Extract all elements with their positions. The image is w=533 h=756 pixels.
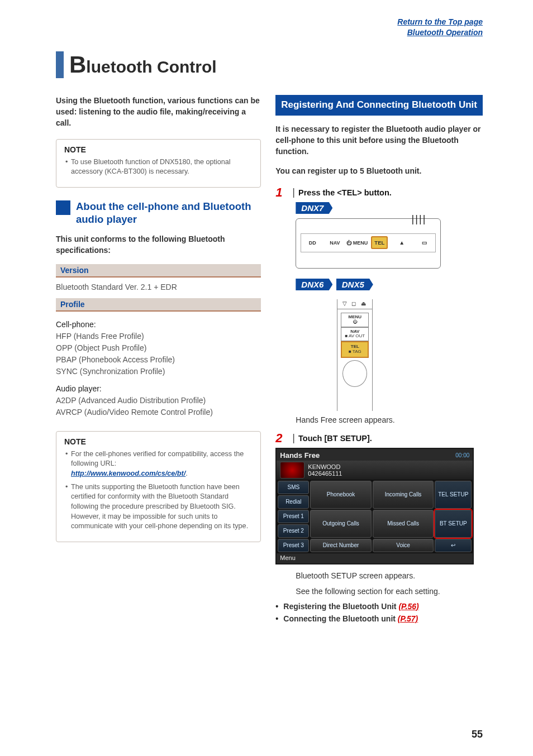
model-badge-dnx7: DNX7	[296, 202, 332, 214]
note1-item: To use Bluetooth function of DNX5180, th…	[64, 157, 253, 177]
right-intro1: It is necessary to register the Bluetoot…	[275, 123, 483, 157]
top-icons: ▽ ◻ ⏏	[337, 299, 372, 309]
profile-cell-label: Cell-phone:	[56, 315, 261, 331]
diagram-dnx6-panel: ▽ ◻ ⏏ MENU⏻ NAV■ AV OUT TEL■ TAG	[320, 299, 404, 411]
ss-preset1-btn: Preset 1	[278, 510, 309, 523]
diagram-dnx7-panel: |||| DD NAV ⏻ MENU TEL ▲ ▭	[296, 218, 441, 269]
ss-device-number: 0426465111	[308, 470, 342, 477]
note-box-2: NOTE For the cell-phones verified for co…	[56, 431, 261, 542]
model-badge-dnx6: DNX6	[296, 279, 332, 290]
see-also-list: Registering the Bluetooth Unit (P.56) Co…	[275, 602, 483, 623]
ss-voice-btn: Voice	[373, 539, 434, 552]
profile-header: Profile	[56, 298, 261, 312]
left-column: Using the Bluetooth function, various fu…	[56, 95, 261, 626]
step-divider-icon: |	[292, 186, 298, 198]
version-header: Version	[56, 264, 261, 277]
profile-avrcp: AVRCP (Audio/Video Remote Control Profil…	[56, 406, 261, 418]
profile-a2dp: A2DP (Advanced Audio Distribution Profil…	[56, 395, 261, 406]
ss-direct-btn: Direct Number	[310, 539, 372, 552]
result-text-2: See the following section for each setti…	[296, 586, 483, 597]
panel-nav: NAV	[323, 240, 346, 246]
ss-menu: Menu	[280, 554, 296, 561]
header-links: Return to the Top page Bluetooth Operati…	[56, 17, 483, 38]
profile-block: Cell-phone: HFP (Hands Free Profile) OPP…	[56, 312, 261, 423]
profile-hfp: HFP (Hands Free Profile)	[56, 331, 261, 342]
side-menu-btn: MENU⏻	[341, 313, 369, 327]
registering-header: Registering And Connecting Bluetooth Uni…	[275, 95, 483, 116]
panel-tel-highlight: TEL	[371, 236, 388, 249]
return-top-link[interactable]: Return to the Top page	[397, 17, 483, 26]
result-text-1: Bluetooth SETUP screen appears.	[296, 570, 483, 581]
kenwood-bt-link[interactable]: http://www.kenwood.com/cs/ce/bt/	[71, 470, 185, 477]
step-2-label: Touch [BT SETUP].	[298, 432, 372, 443]
ss-bt-setup-highlight: BT SETUP	[435, 510, 472, 538]
right-column: Registering And Connecting Bluetooth Uni…	[275, 95, 483, 626]
page-number: 55	[472, 729, 483, 740]
step-divider-icon: |	[292, 432, 298, 444]
caption-handsfree: Hands Free screen appears.	[296, 415, 483, 424]
eject-icon: ▲	[391, 240, 413, 246]
ss-clock: 00:00	[455, 452, 469, 458]
model-badges-row: DNX6 DNX5	[296, 279, 483, 295]
intro-text: Using the Bluetooth function, various fu…	[56, 95, 261, 129]
ss-sms-btn: SMS	[278, 481, 309, 494]
profile-audio-label: Audio player:	[56, 377, 261, 395]
panel-dd: DD	[301, 240, 323, 246]
note-title: NOTE	[64, 145, 253, 154]
ss-incoming-btn: Incoming Calls	[373, 481, 434, 509]
profile-opp: OPP (Object Push Profile)	[56, 342, 261, 354]
step-1-num: 1	[275, 186, 292, 199]
model-badge-dnx5: DNX5	[336, 279, 373, 290]
about-heading: About the cell-phone and Bluetooth audio…	[56, 200, 261, 226]
vent-icon: ||||	[412, 213, 427, 225]
step-1-label: Press the <TEL> button.	[298, 186, 392, 197]
ss-preset2-btn: Preset 2	[278, 524, 309, 538]
phone-icon	[280, 462, 304, 479]
note2-item2: The units supporting the Bluetooth funct…	[64, 482, 253, 532]
right-intro2: You can register up to 5 Bluetooth unit.	[275, 165, 483, 176]
conform-text: This unit conforms to the following Blue…	[56, 233, 261, 256]
version-value: Bluetooth Standard Ver. 2.1 + EDR	[56, 277, 261, 298]
ss-outgoing-btn: Outgoing Calls	[310, 510, 372, 538]
side-nav-btn: NAV■ AV OUT	[341, 327, 369, 342]
page-56-link[interactable]: (P.56)	[398, 602, 418, 611]
ss-phonebook-btn: Phonebook	[310, 481, 372, 509]
hands-free-screenshot: Hands Free 00:00 KENWOOD 0426465111 SMS …	[275, 448, 474, 564]
panel-menu: ⏻ MENU	[346, 240, 368, 246]
bluetooth-op-link[interactable]: Bluetooth Operation	[407, 28, 483, 37]
step-1: 1 | Press the <TEL> button.	[275, 186, 483, 199]
note2-item1: For the cell-phones verified for compati…	[64, 449, 253, 479]
profile-pbap: PBAP (Phonebook Access Profile)	[56, 354, 261, 366]
ss-device-name: KENWOOD	[308, 463, 342, 470]
ss-redial-btn: Redial	[278, 495, 309, 509]
ss-back-icon: ↩	[435, 539, 472, 552]
two-column-layout: Using the Bluetooth function, various fu…	[56, 95, 483, 626]
page-57-link[interactable]: (P.57)	[398, 614, 418, 623]
note-box-1: NOTE To use Bluetooth function of DNX518…	[56, 139, 261, 188]
note2-title: NOTE	[64, 437, 253, 446]
page-title: Bluetooth Control	[56, 51, 483, 78]
link-connecting: Connecting the Bluetooth unit (P.57)	[275, 614, 483, 623]
ss-title: Hands Free	[280, 451, 320, 460]
ss-preset3-btn: Preset 3	[278, 539, 309, 552]
ss-missed-btn: Missed Calls	[373, 510, 434, 538]
reset-icon: ▭	[413, 240, 435, 246]
profile-sync: SYNC (Synchronization Profile)	[56, 366, 261, 377]
volume-knob-icon	[342, 360, 367, 387]
ss-tel-setup-btn: TEL SETUP	[435, 481, 472, 509]
step-2: 2 | Touch [BT SETUP].	[275, 432, 483, 444]
link-registering: Registering the Bluetooth Unit (P.56)	[275, 602, 483, 611]
side-tel-highlight: TEL■ TAG	[341, 341, 369, 358]
step-2-num: 2	[275, 432, 292, 444]
